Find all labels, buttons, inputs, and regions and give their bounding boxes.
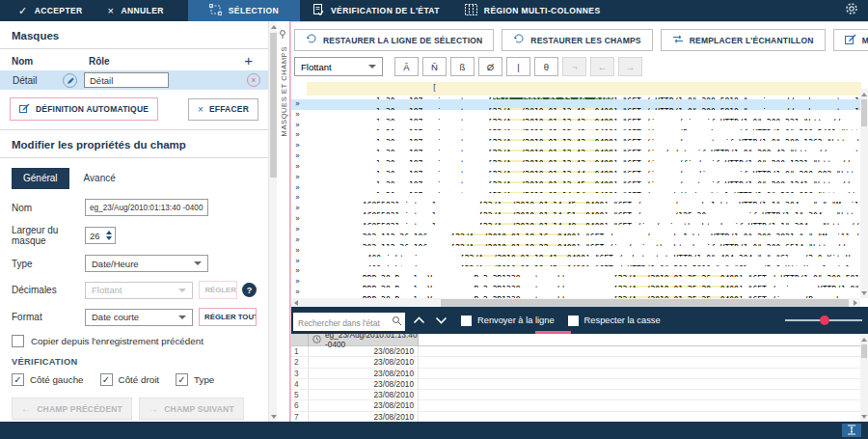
row-expand-chevron-icon[interactable]: »: [295, 151, 300, 160]
row-expand-chevron-icon[interactable]: »: [295, 235, 300, 244]
row-expand-chevron-icon[interactable]: »: [295, 141, 300, 150]
search-input[interactable]: [293, 315, 405, 331]
match-case-checkbox[interactable]: [568, 316, 579, 326]
row-expand-chevron-icon[interactable]: »: [295, 288, 300, 296]
tab-verification[interactable]: VÉRIFICATION DE L'ÉTAT: [300, 0, 452, 21]
scrollbar-thumb[interactable]: [441, 299, 849, 307]
row-expand-chevron-icon[interactable]: »: [295, 277, 300, 286]
row-expand-chevron-icon[interactable]: »: [295, 99, 300, 108]
log-row[interactable]: »202.112.36.196 - - [23/Aug/2010:01:18:2…: [291, 235, 860, 246]
row-expand-chevron-icon[interactable]: »: [295, 214, 300, 223]
log-row[interactable]: »ezvl-30ppp187.epix.net - - [23/Aug/2010…: [291, 162, 860, 173]
delete-mask-button[interactable]: ×: [247, 73, 260, 87]
log-row[interactable]: »PPPa28-Resale_Vancouver_Bc2-2R1238.satu…: [291, 266, 860, 277]
log-row[interactable]: »y400.inktomi.com - - [23/Aug/2010:01:19…: [291, 246, 860, 257]
restore-selection-line-button[interactable]: RESTAURER LA LIGNE DE SÉLECTION: [294, 29, 494, 51]
pin-icon[interactable]: [278, 25, 288, 42]
mask-sample-text-button[interactable]: MASQUER L'ÉCHANTILLON DE TEXTE: [833, 29, 868, 51]
fit-height-button[interactable]: [842, 424, 861, 437]
tab-advanced[interactable]: Avancé: [72, 168, 127, 189]
log-row[interactable]: »AC855931.ipt.aol.com - - [23/Aug/2010:0…: [291, 214, 860, 225]
row-expand-chevron-icon[interactable]: »: [295, 225, 300, 233]
copy-previous-checkbox[interactable]: [12, 335, 24, 347]
mask-row-detail[interactable]: Détail Détail ×: [0, 70, 268, 90]
row-expand-chevron-icon[interactable]: »: [295, 121, 300, 129]
row-expand-chevron-icon[interactable]: »: [295, 162, 300, 171]
log-row[interactable]: »ezvl-30ppp187.epix.net - - [23/Aug/2010…: [291, 141, 860, 151]
wrap-line-checkbox[interactable]: [461, 316, 472, 326]
row-expand-chevron-icon[interactable]: »: [295, 204, 300, 212]
preview-row[interactable]: 1 23/08/2010: [291, 346, 868, 357]
left-side-checkbox[interactable]: ✓: [12, 373, 24, 386]
restore-fields-button[interactable]: RESTAURER LES CHAMPS: [502, 29, 652, 51]
left-panel-scrollbar[interactable]: [268, 21, 277, 422]
log-row[interactable]: »202.112.36.196 - - [23/Aug/2010:01:18:1…: [291, 225, 860, 235]
trap-char-button[interactable]: Ø: [478, 57, 502, 76]
scroll-up-icon[interactable]: [861, 335, 868, 343]
trap-char-button[interactable]: |: [506, 57, 530, 76]
row-expand-chevron-icon[interactable]: »: [295, 110, 300, 119]
log-row[interactable]: »ezvl-30ppp187.epix.net - - [23/Aug/2010…: [291, 173, 860, 183]
trap-char-button[interactable]: ß: [450, 57, 475, 76]
scrollbar-thumb[interactable]: [270, 33, 277, 178]
trap-char-button[interactable]: Ã: [394, 57, 419, 76]
row-expand-chevron-icon[interactable]: »: [295, 257, 300, 265]
auto-define-button[interactable]: DÉFINITION AUTOMATIQUE: [10, 97, 158, 121]
cancel-button[interactable]: × ANNULER: [95, 0, 176, 21]
preview-row[interactable]: 2 23/08/2010: [291, 357, 868, 368]
log-row[interactable]: »AC855931.ipt.aol.com - - [23/Aug/2010:0…: [291, 204, 860, 214]
scroll-down-icon[interactable]: [861, 288, 868, 297]
field-column-header[interactable]: eg_23/Aug/2010:01:13:40 -0400: [309, 334, 419, 345]
scroll-up-icon[interactable]: [270, 22, 277, 31]
trap-char-button[interactable]: θ: [534, 57, 558, 76]
log-row[interactable]: »ezvl-30ppp187.epix.net - - [23/Aug/2010…: [291, 99, 860, 110]
row-expand-chevron-icon[interactable]: »: [295, 193, 300, 202]
type-select[interactable]: Date/Heure: [85, 255, 208, 272]
edit-mask-button[interactable]: [63, 73, 77, 88]
preview-row[interactable]: 7 23/08/2010: [291, 412, 868, 422]
preview-row[interactable]: 3 23/08/2010: [291, 369, 868, 379]
trap-type-select[interactable]: Flottant: [294, 57, 383, 76]
log-row[interactable]: »PPPa28-Resale_Vancouver_Bc2-2R1238.satu…: [291, 288, 860, 298]
right-side-checkbox[interactable]: ✓: [100, 373, 113, 386]
scroll-down-icon[interactable]: [861, 412, 868, 421]
log-row[interactable]: »ezvl-30ppp187.epix.net - - [23/Aug/2010…: [291, 89, 860, 99]
tab-general[interactable]: Général: [12, 168, 69, 189]
log-row[interactable]: »y400.inktomi.com - - [23/Aug/2010:01:19…: [291, 257, 860, 267]
row-expand-chevron-icon[interactable]: »: [295, 130, 300, 139]
mask-role-select[interactable]: Détail: [84, 72, 169, 88]
log-row[interactable]: »ezvl-30ppp187.epix.net - - [23/Aug/2010…: [291, 183, 860, 194]
search-box[interactable]: [293, 313, 405, 329]
log-vertical-scrollbar[interactable]: [860, 89, 868, 298]
preview-row[interactable]: 5 23/08/2010: [291, 390, 868, 400]
log-row[interactable]: »ezvl-30ppp187.epix.net - - [23/Aug/2010…: [291, 110, 860, 121]
add-mask-button[interactable]: +: [240, 55, 257, 67]
stepper-arrows[interactable]: [106, 231, 115, 240]
field-name-input[interactable]: [85, 199, 208, 216]
preview-vertical-scrollbar[interactable]: [860, 334, 868, 422]
scroll-up-icon[interactable]: [861, 90, 868, 98]
format-select[interactable]: Date courte: [85, 309, 193, 326]
replace-sample-button[interactable]: REMPLACER L'ÉCHANTILLON: [661, 29, 826, 51]
log-row[interactable]: »ezvl-30ppp187.epix.net - - [23/Aug/2010…: [291, 121, 860, 131]
log-row[interactable]: »PPPa28-Resale_Vancouver_Bc2-2R1238.satu…: [291, 277, 860, 288]
row-expand-chevron-icon[interactable]: »: [295, 266, 300, 275]
slider-handle[interactable]: [820, 316, 829, 325]
set-all-format-button[interactable]: RÉGLER TOUT: [199, 308, 257, 326]
find-previous-button[interactable]: [413, 316, 425, 324]
settings-button[interactable]: [835, 0, 868, 21]
find-next-button[interactable]: [435, 316, 448, 324]
side-tab-masks-fields[interactable]: MASQUES ET CHAMPS: [277, 21, 290, 422]
trap-char-button[interactable]: Ñ: [422, 57, 447, 76]
tab-selection[interactable]: SÉLECTION: [188, 0, 300, 21]
row-expand-chevron-icon[interactable]: »: [295, 173, 300, 181]
scrollbar-thumb[interactable]: [861, 99, 867, 126]
tab-multicolumn[interactable]: RÉGION MULTI-COLONNES: [452, 0, 613, 21]
type-checkbox[interactable]: ✓: [176, 373, 188, 386]
mask-width-stepper[interactable]: 26: [85, 227, 116, 244]
log-row[interactable]: »ezvl-30ppp187.epix.net - - [23/Aug/2010…: [291, 130, 860, 141]
row-expand-chevron-icon[interactable]: »: [295, 246, 300, 255]
row-expand-chevron-icon[interactable]: »: [295, 183, 300, 192]
log-row[interactable]: »AC855931.ipt.aol.com - - [23/Aug/2010:0…: [291, 193, 860, 204]
zoom-slider[interactable]: [785, 314, 862, 327]
